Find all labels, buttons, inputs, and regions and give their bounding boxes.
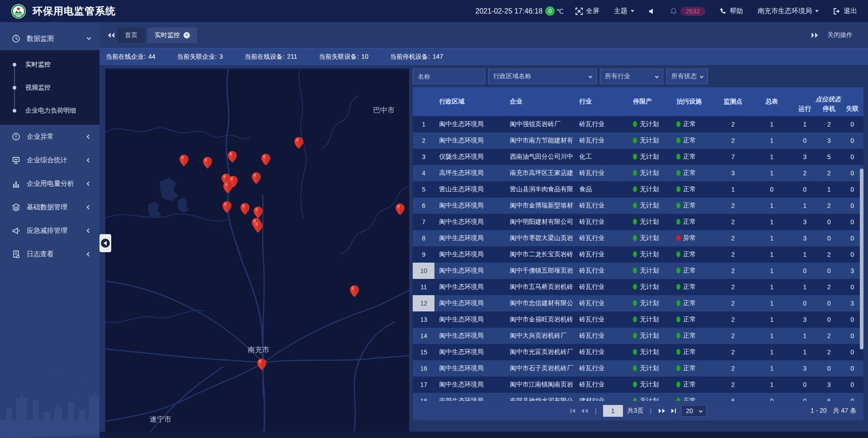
first-page-button[interactable] [570, 408, 576, 414]
status-filter-select[interactable]: 所有状态 [666, 69, 708, 84]
col-facility: 治污设施 [672, 87, 715, 116]
cell-facility: 正常 [672, 165, 715, 181]
table-row[interactable]: 8阆中生态环境局阆中市枣碧大梁山页岩砖瓦行业无计划异常21300 [413, 230, 863, 246]
table-row[interactable]: 15阆中生态环境局阆中市光富页岩机砖厂砖瓦行业无计划正常21120 [413, 344, 863, 360]
map-background [105, 69, 409, 432]
sidebar-subitem-label: 企业电力负荷明细 [25, 107, 76, 115]
cell-facility: 异常 [672, 230, 715, 246]
map-pin-icon[interactable] [350, 285, 359, 297]
status-dot-icon [676, 365, 680, 371]
status-dot-icon [676, 251, 680, 257]
cell-stop: 3 [817, 132, 841, 149]
help-button[interactable]: 帮助 [720, 7, 743, 15]
map-pin-icon[interactable] [396, 203, 405, 215]
map-pin-icon[interactable] [294, 137, 303, 149]
map-pin-icon[interactable] [203, 157, 212, 169]
table-row[interactable]: 11阆中生态环境局阆中市五马桥页岩机砖砖瓦行业无计划正常21120 [413, 279, 863, 295]
notification-count-badge: 2632 [680, 7, 705, 16]
fullscreen-button[interactable]: 全屏 [576, 7, 599, 15]
sidebar-item-1[interactable]: 企业异常 [0, 125, 99, 148]
table-row[interactable]: 2阆中生态环境局阆中市南方节能建材有砖瓦行业无计划正常21030 [413, 132, 863, 149]
log-icon [12, 250, 21, 259]
cell-region: 阆中生态环境局 [434, 214, 505, 230]
sidebar-subitem[interactable]: 视频监控 [0, 76, 99, 99]
table-row[interactable]: 17阆中生态环境局阆中市江南镇阆南页岩砖瓦行业无计划正常21030 [413, 377, 863, 393]
cell-stop: 1 [817, 181, 841, 198]
cell-points: 2 [715, 214, 751, 230]
sidebar-menu: 数据监测实时监控视频监控企业电力负荷明细企业异常企业综合统计企业用电量分析基础数… [0, 27, 99, 266]
map-pin-icon[interactable] [252, 172, 261, 184]
tab-1[interactable]: 实时监控× [147, 28, 197, 43]
map-pin-icon[interactable] [222, 201, 231, 213]
map-pin-icon[interactable] [254, 221, 263, 233]
row-number: 4 [413, 165, 434, 181]
page-size-select[interactable]: 20 [681, 405, 707, 417]
map-pin-icon[interactable] [257, 358, 266, 370]
table-row[interactable]: 9阆中生态环境局阆中市二龙长宝页岩砖砖瓦行业无计划正常21120 [413, 246, 863, 263]
col-industry: 行业 [575, 87, 628, 116]
cell-facility: 正常 [672, 198, 715, 214]
sidebar-subitem[interactable]: 实时监控 [0, 53, 99, 76]
cell-points: 2 [715, 230, 751, 246]
table-row[interactable]: 5营山生态环境局营山县润丰肉食品有限食品无计划正常10010 [413, 181, 863, 198]
cell-region: 阆中生态环境局 [434, 328, 505, 344]
sidebar-item-3[interactable]: 企业用电量分析 [0, 172, 99, 195]
sidebar-item-5[interactable]: 应急减排管理 [0, 219, 99, 242]
sidebar-item-4[interactable]: 基础数据管理 [0, 195, 99, 219]
region-filter-select[interactable]: 行政区域名称 [488, 69, 597, 84]
col-meters: 总表 [751, 87, 793, 116]
org-dropdown[interactable]: 南充市生态环境局 [758, 7, 819, 15]
cell-points: 2 [715, 246, 751, 263]
cell-facility: 正常 [672, 214, 715, 230]
close-operations-button[interactable]: 关闭操作 [827, 31, 853, 39]
cell-points: 2 [715, 198, 751, 214]
sidebar-collapse-handle[interactable] [99, 234, 111, 252]
last-page-button[interactable] [670, 408, 677, 414]
table-row[interactable]: 3仪陇生态环境局西南油气田分公司川中化工无计划正常71350 [413, 149, 863, 165]
table-row[interactable]: 1阆中生态环境局阆中强锐页岩砖厂砖瓦行业无计划正常21120 [413, 116, 863, 132]
industry-filter-select[interactable]: 所有行业 [600, 69, 663, 84]
notification-area[interactable]: 2632 [670, 7, 705, 16]
tabs-scroll-left-button[interactable] [108, 32, 115, 38]
table-row[interactable]: 14阆中生态环境局阆中大兴页岩机砖厂砖瓦行业无计划正常21120 [413, 328, 863, 344]
map-pin-icon[interactable] [179, 155, 189, 166]
theme-dropdown[interactable]: 主题 [614, 7, 634, 15]
table-row[interactable]: 16阆中生态环境局阆中市石子页岩机砖厂砖瓦行业无计划正常21300 [413, 360, 863, 377]
map-pin-icon[interactable] [261, 154, 270, 165]
tab-close-icon[interactable]: × [184, 32, 190, 38]
layers-icon [12, 203, 21, 212]
map-pin-icon[interactable] [241, 203, 250, 215]
tab-0[interactable]: 首页 [118, 28, 145, 43]
next-page-button[interactable] [658, 408, 666, 414]
map-pin-icon[interactable] [223, 182, 232, 193]
col-region: 行政区域 [434, 87, 505, 116]
cell-points: 1 [715, 181, 751, 198]
table-row[interactable]: 7阆中生态环境局阆中明阳建材有限公司砖瓦行业无计划正常21300 [413, 214, 863, 230]
tabs-scroll-right-button[interactable] [811, 32, 818, 38]
sidebar-item-0[interactable]: 数据监测 [0, 27, 99, 50]
table-row[interactable]: 4高坪生态环境局南充市高坪区王家店建砖瓦行业无计划正常31220 [413, 165, 863, 181]
table-row[interactable]: 13阆中生态环境局阆中市金福旺页岩机砖砖瓦行业无计划正常21300 [413, 311, 863, 328]
row-number: 18 [413, 393, 434, 401]
sidebar-subitem[interactable]: 企业电力负荷明细 [0, 99, 99, 122]
map-pin-icon[interactable] [254, 207, 263, 218]
sidebar-item-2[interactable]: 企业综合统计 [0, 148, 99, 172]
table-row[interactable]: 6阆中生态环境局阆中市金博瑞新型墙材砖瓦行业无计划正常21120 [413, 198, 863, 214]
sidebar-item-6[interactable]: 日志查看 [0, 242, 99, 266]
cell-company: 阆中市光富页岩机砖厂 [505, 344, 575, 360]
map-panel[interactable]: 巴中市南充市遂宁市 [105, 69, 409, 432]
cell-limit: 无计划 [628, 393, 672, 401]
mute-button[interactable] [649, 8, 656, 14]
table-row[interactable]: 10阆中生态环境局阆中千佛镇五郎垭页岩砖瓦行业无计划正常21003 [413, 263, 863, 279]
cell-region: 阆中生态环境局 [434, 198, 505, 214]
table-row[interactable]: 12阆中生态环境局阆中市忠信建材有限公砖瓦行业无计划正常21003 [413, 295, 863, 311]
table-row[interactable]: 18南部生态环境局南部县驰华水泥有限公建材行业无计划正常60060 [413, 393, 863, 401]
name-filter-input[interactable] [413, 69, 485, 84]
logout-button[interactable]: 退出 [833, 7, 857, 15]
cell-run: 1 [793, 198, 817, 214]
stat-label: 当前在线设备: [245, 53, 284, 61]
page-number-input[interactable] [603, 405, 623, 417]
map-pin-icon[interactable] [228, 151, 237, 163]
table-scrollbar[interactable] [860, 169, 863, 349]
prev-page-button[interactable] [580, 408, 589, 414]
